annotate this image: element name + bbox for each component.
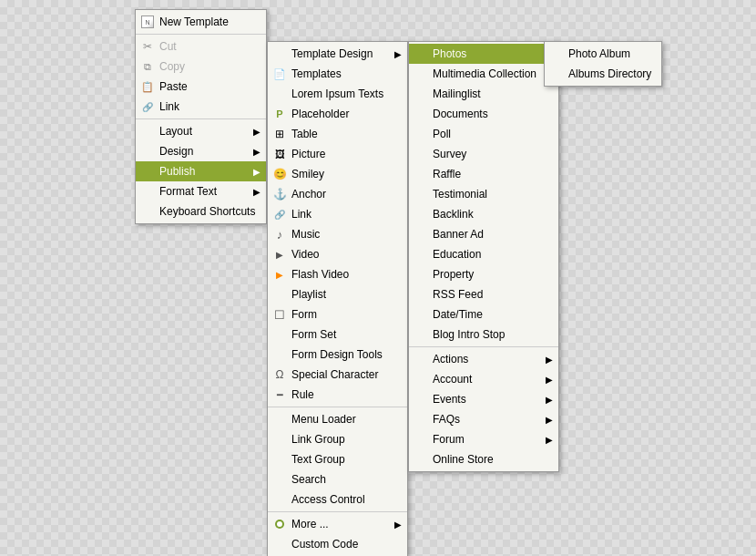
sep2 (136, 118, 266, 119)
table-icon: ⊞ (271, 127, 288, 141)
context-menu-level2: Template Design ▶ 📄 Templates Lorem Ipsu… (267, 41, 408, 556)
actions-icon (413, 352, 429, 366)
menu-item-form[interactable]: ☐ Form (268, 304, 407, 324)
menu-item-link[interactable]: Link (136, 97, 266, 117)
form-design-tools-label: Form Design Tools (291, 348, 402, 361)
menu-item-music[interactable]: ♪ Music (268, 224, 407, 244)
link-label: Link (159, 100, 261, 113)
menu-item-keyboard-shortcuts[interactable]: Keyboard Shortcuts (136, 201, 266, 221)
lorem-ipsum-icon (271, 87, 288, 101)
menu-item-paste[interactable]: Paste (136, 77, 266, 97)
menu-item-date-time[interactable]: Date/Time (409, 304, 558, 324)
menu-item-documents[interactable]: Documents (409, 104, 558, 124)
menu-item-layout[interactable]: Layout ▶ (136, 121, 266, 141)
documents-icon (413, 107, 429, 121)
online-store-icon (413, 452, 429, 467)
date-time-label: Date/Time (433, 308, 553, 321)
menu-item-search[interactable]: Search (268, 469, 407, 489)
menu-item-menu-loader[interactable]: Menu Loader (268, 409, 407, 429)
menu-item-form-set[interactable]: Form Set (268, 324, 407, 345)
documents-label: Documents (433, 108, 553, 120)
menu-item-lorem-ipsum[interactable]: Lorem Ipsum Texts (268, 84, 407, 104)
menu-item-flash-video[interactable]: ▶ Flash Video (268, 264, 407, 284)
mailinglist-label: Mailinglist (433, 88, 553, 100)
menu-item-backlink[interactable]: Backlink (409, 204, 558, 224)
menu-item-copy[interactable]: Copy (136, 57, 266, 77)
form-design-tools-icon (271, 347, 288, 362)
menu-item-new-template[interactable]: N New Template (136, 12, 266, 32)
menu-item-picture[interactable]: 🖼 Picture (268, 144, 407, 164)
rule-icon: ━ (271, 387, 288, 402)
menu-item-text-group[interactable]: Text Group (268, 449, 407, 469)
menu-item-video[interactable]: ▶ Video (268, 244, 407, 264)
menu-item-poll[interactable]: Poll (409, 124, 558, 144)
menu-item-events[interactable]: Events ▶ (409, 389, 558, 409)
menu-item-custom-code[interactable]: Custom Code (268, 534, 407, 554)
menu-item-link-group[interactable]: Link Group (268, 429, 407, 449)
publish-label: Publish (159, 165, 244, 178)
menu-item-education[interactable]: Education (409, 244, 558, 264)
cut-label: Cut (159, 40, 261, 53)
menu-item-access-control[interactable]: Access Control (268, 489, 407, 510)
menu-item-albums-directory[interactable]: Albums Directory (545, 64, 661, 84)
placeholder-icon: P (271, 107, 288, 121)
events-icon (413, 392, 429, 407)
menu-item-link2[interactable]: 🔗 Link (268, 204, 407, 224)
anchor-label: Anchor (291, 188, 402, 201)
context-menu-level0: N New Template Cut Copy Paste Link Layou… (135, 9, 267, 224)
playlist-icon (271, 287, 288, 302)
actions-label: Actions (433, 353, 536, 366)
sep-l3 (409, 346, 558, 347)
special-character-icon: Ω (271, 367, 288, 382)
account-icon (413, 372, 429, 386)
menu-item-actions[interactable]: Actions ▶ (409, 349, 558, 369)
menu-item-playlist[interactable]: Playlist (268, 284, 407, 304)
menu-item-templates[interactable]: 📄 Templates (268, 64, 407, 84)
mailinglist-icon (413, 87, 429, 101)
menu-item-banner-ad[interactable]: Banner Ad (409, 224, 558, 244)
multimedia-collection-label: Multimedia Collection (433, 67, 536, 80)
menu-item-cut[interactable]: Cut (136, 36, 266, 57)
menu-item-photos[interactable]: Photos ▶ (409, 44, 558, 64)
faqs-icon (413, 412, 429, 427)
menu-item-mailinglist[interactable]: Mailinglist (409, 84, 558, 104)
menu-item-photo-album[interactable]: Photo Album (545, 44, 661, 64)
events-arrow: ▶ (546, 395, 553, 405)
menu-item-account[interactable]: Account ▶ (409, 369, 558, 389)
menu-item-rss-feed[interactable]: RSS Feed (409, 284, 558, 304)
menu-item-form-design-tools[interactable]: Form Design Tools (268, 345, 407, 365)
menu-item-blog-intro-stop[interactable]: Blog Intro Stop (409, 324, 558, 345)
menu-item-placeholder[interactable]: P Placeholder (268, 104, 407, 124)
menu-item-publish[interactable]: Publish ▶ (136, 161, 266, 181)
copy-icon (139, 59, 156, 74)
survey-icon (413, 147, 429, 161)
menu-item-anchor[interactable]: ⚓ Anchor (268, 184, 407, 204)
menu-item-raffle[interactable]: Raffle (409, 164, 558, 184)
menu-item-testimonial[interactable]: Testimonial (409, 184, 558, 204)
menu-item-faqs[interactable]: FAQs ▶ (409, 409, 558, 429)
raffle-icon (413, 167, 429, 181)
form-icon: ☐ (271, 307, 288, 322)
templates-icon: 📄 (271, 67, 288, 81)
paste-icon (139, 79, 156, 94)
menu-item-rule[interactable]: ━ Rule (268, 385, 407, 405)
sep (136, 34, 266, 35)
menu-item-more[interactable]: More ... ▶ (268, 514, 407, 534)
form-set-icon (271, 327, 288, 342)
menu-item-forum[interactable]: Forum ▶ (409, 429, 558, 449)
menu-item-table[interactable]: ⊞ Table (268, 124, 407, 144)
menu-item-survey[interactable]: Survey (409, 144, 558, 164)
menu-item-special-character[interactable]: Ω Special Character (268, 365, 407, 385)
menu-item-smiley[interactable]: 😊 Smiley (268, 164, 407, 184)
lorem-ipsum-label: Lorem Ipsum Texts (291, 88, 402, 100)
link-group-label: Link Group (291, 433, 402, 446)
blog-intro-stop-icon (413, 327, 429, 342)
menu-item-multimedia-collection[interactable]: Multimedia Collection ▶ (409, 64, 558, 84)
form-label: Form (291, 308, 402, 321)
menu-item-design[interactable]: Design ▶ (136, 141, 266, 161)
menu-item-property[interactable]: Property (409, 264, 558, 284)
menu-item-template-design[interactable]: Template Design ▶ (268, 44, 407, 64)
sep-l2-1 (268, 407, 407, 407)
menu-item-format-text[interactable]: Format Text ▶ (136, 181, 266, 201)
menu-item-online-store[interactable]: Online Store (409, 449, 558, 469)
